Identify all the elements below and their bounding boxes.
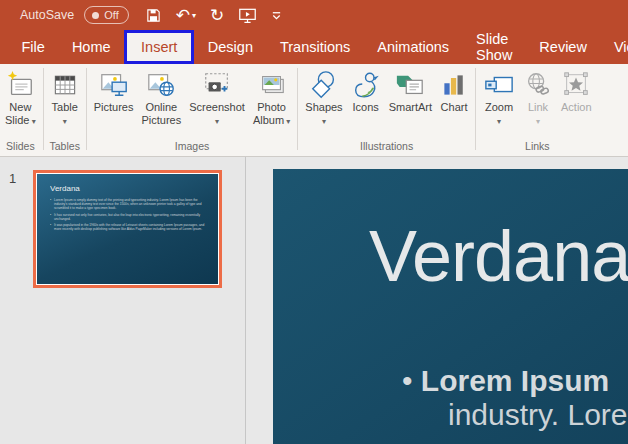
ribbon-divider [43,68,44,150]
ribbon-group-tables: Table Tables [46,64,84,156]
link-icon [523,69,553,101]
slideshow-icon [238,7,257,24]
ribbon-group-links: Zoom Link [478,64,597,156]
tab-animations[interactable]: Animations [364,30,463,64]
autosave-label: AutoSave [20,8,74,22]
screenshot-button[interactable]: Screenshot [185,66,249,128]
start-from-beginning-button[interactable] [238,7,257,24]
tab-transitions[interactable]: Transitions [266,30,363,64]
group-label-links: Links [479,140,596,156]
slide-editor-area[interactable]: Verdana • Lorem Ipsum industry. Lore [246,157,628,444]
slide-bullet-line2[interactable]: industry. Lore [448,398,628,432]
table-button[interactable]: Table [47,66,83,128]
ribbon-divider [475,68,476,150]
icons-duck-icon [351,69,381,101]
autosave-toggle-dot [92,12,99,19]
photo-album-button[interactable]: Photo Album [249,66,294,128]
action-button[interactable]: Action [557,66,596,114]
group-label-tables: Tables [47,140,83,156]
slide-thumbnail-selected[interactable]: Verdana Lorem Ipsum is simply dummy text… [33,170,222,288]
screenshot-icon [202,69,232,101]
slide-bullet-line1[interactable]: • Lorem Ipsum [402,364,609,398]
ribbon-divider [86,68,87,150]
autosave-toggle[interactable]: Off [84,6,128,24]
ribbon-group-images: Pictures Online Pictures [89,64,296,156]
ribbon-divider [297,68,298,150]
group-label-images: Images [90,140,295,156]
smartart-icon [394,69,426,101]
table-icon [51,69,79,101]
customize-qat-button[interactable] [271,10,282,21]
online-pictures-icon [145,69,177,101]
smartart-button[interactable]: SmartArt [385,66,436,114]
online-pictures-button[interactable]: Online Pictures [137,66,185,127]
zoom-icon [483,69,515,101]
customize-qat-icon [271,10,282,21]
redo-icon: ↻ [210,7,224,24]
thumbnail-bullet: Lorem Ipsum is simply dummy text of the … [50,198,210,210]
save-icon [145,7,162,24]
slide-number: 1 [9,171,16,186]
group-label-slides: Slides [1,140,40,156]
new-slide-button[interactable]: New Slide [1,66,40,128]
tab-review[interactable]: Review [526,30,601,64]
slide-canvas[interactable]: Verdana • Lorem Ipsum industry. Lore [273,169,628,444]
shapes-button[interactable]: Shapes [301,66,346,128]
icons-button[interactable]: Icons [347,66,385,114]
thumbnail-bullet: It has survived not only five centuries,… [50,212,210,220]
slide-thumbnail-panel[interactable]: 1 Verdana Lorem Ipsum is simply dummy te… [0,157,246,444]
pictures-button[interactable]: Pictures [90,66,138,114]
autosave-state: Off [104,9,118,21]
tab-view[interactable]: View [600,30,628,64]
ribbon-group-slides: New Slide Slides [0,64,41,156]
chart-button[interactable]: Chart [436,66,472,114]
undo-caret-icon[interactable]: ▾ [192,11,196,20]
photo-album-icon [257,69,287,101]
ribbon: New Slide Slides Table Tables [0,64,628,157]
chart-icon [440,69,468,101]
thumbnail-slide-title: Verdana [50,184,217,193]
quick-access-toolbar: ↶ ▾ ↻ [145,7,283,24]
thumbnail-bullet: It was popularised in the 1960s with the… [50,223,210,231]
slide-thumbnail-canvas: Verdana Lorem Ipsum is simply dummy text… [37,174,218,284]
redo-button[interactable]: ↻ [210,7,224,24]
pictures-icon [98,69,130,101]
action-icon [561,69,591,101]
ribbon-tab-bar: File Home Insert Design Transitions Anim… [0,30,628,64]
tab-slide-show[interactable]: Slide Show [463,30,526,64]
zoom-button[interactable]: Zoom [479,66,519,128]
workspace: 1 Verdana Lorem Ipsum is simply dummy te… [0,157,628,444]
undo-button[interactable]: ↶ ▾ [176,7,196,24]
tab-file[interactable]: File [8,30,58,64]
tab-home[interactable]: Home [58,30,124,64]
slide-title-text[interactable]: Verdana [369,215,628,297]
undo-icon: ↶ [176,7,190,24]
save-button[interactable] [145,7,162,24]
tab-insert[interactable]: Insert [124,30,194,64]
title-bar: AutoSave Off ↶ ▾ ↻ [0,0,628,30]
new-slide-icon [5,69,35,101]
ribbon-group-illustrations: Shapes Icons [300,64,473,156]
shapes-icon [309,69,339,101]
link-button[interactable]: Link [519,66,557,128]
group-label-illustrations: Illustrations [301,140,472,156]
tab-design[interactable]: Design [194,30,266,64]
